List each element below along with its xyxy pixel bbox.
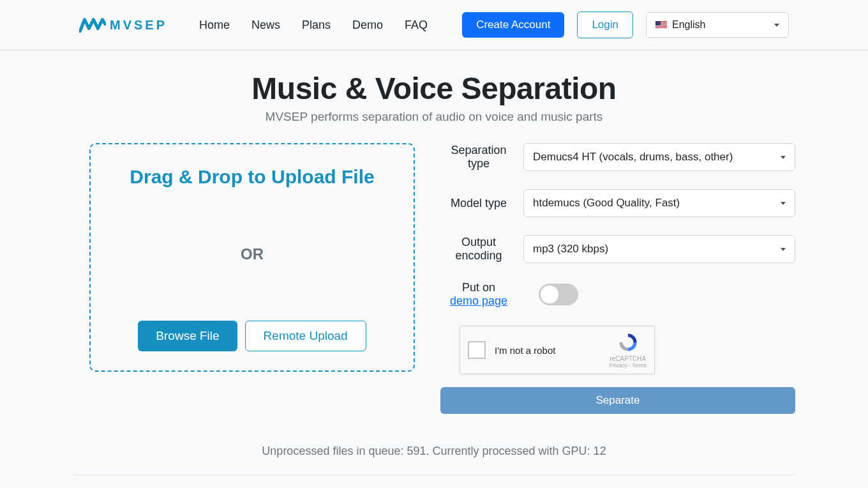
separation-type-select[interactable]: Demucs4 HT (vocals, drums, bass, other): [523, 143, 795, 171]
separation-type-row: Separation type Demucs4 HT (vocals, drum…: [440, 143, 795, 171]
demo-page-link[interactable]: demo page: [450, 294, 507, 307]
nav-plans[interactable]: Plans: [302, 19, 331, 32]
language-label: English: [672, 19, 705, 31]
separate-button[interactable]: Separate: [440, 387, 795, 414]
chevron-down-icon: [774, 24, 779, 27]
settings-form: Separation type Demucs4 HT (vocals, drum…: [440, 143, 795, 414]
output-encoding-label: Output encoding: [440, 236, 523, 263]
logo[interactable]: MVSEP: [79, 11, 167, 38]
recaptcha-widget: I'm not a robot reCAPTCHA Privacy - Term…: [460, 326, 655, 374]
recaptcha-label: I'm not a robot: [495, 345, 610, 356]
header-right: Create Account Login English: [462, 11, 789, 38]
chevron-down-icon: [781, 156, 786, 159]
dropzone-or: OR: [103, 245, 401, 263]
model-type-value: htdemucs (Good Quality, Fast): [533, 197, 680, 210]
output-encoding-row: Output encoding mp3 (320 kbps): [440, 235, 795, 263]
model-type-select[interactable]: htdemucs (Good Quality, Fast): [523, 189, 795, 217]
queue-status: Unprocessed files in queue: 591. Current…: [73, 445, 795, 475]
page-title: Music & Voice Separation: [73, 71, 795, 106]
login-button[interactable]: Login: [577, 11, 633, 38]
flag-icon: [655, 21, 667, 29]
chevron-down-icon: [781, 202, 786, 205]
nav-faq[interactable]: FAQ: [405, 19, 428, 32]
separation-type-value: Demucs4 HT (vocals, drums, bass, other): [533, 151, 733, 164]
chevron-down-icon: [781, 248, 786, 251]
create-account-button[interactable]: Create Account: [462, 12, 564, 38]
logo-text: MVSEP: [110, 18, 167, 33]
main-row: Drag & Drop to Upload File OR Browse Fil…: [73, 143, 795, 414]
output-encoding-select[interactable]: mp3 (320 kbps): [523, 235, 795, 263]
dropzone-title: Drag & Drop to Upload File: [103, 166, 401, 188]
demo-page-toggle[interactable]: [539, 284, 578, 305]
recaptcha-checkbox[interactable]: [468, 341, 486, 359]
demo-page-row: Put on demo page: [440, 281, 795, 308]
separation-type-label: Separation type: [440, 144, 523, 171]
upload-dropzone[interactable]: Drag & Drop to Upload File OR Browse Fil…: [89, 143, 415, 372]
model-type-row: Model type htdemucs (Good Quality, Fast): [440, 189, 795, 217]
upload-buttons: Browse File Remote Upload: [103, 321, 401, 351]
model-type-label: Model type: [440, 197, 523, 210]
recaptcha-branding: reCAPTCHA Privacy - Terms: [610, 332, 647, 369]
nav-news[interactable]: News: [251, 19, 280, 32]
main-nav: Home News Plans Demo FAQ: [199, 19, 428, 32]
nav-demo[interactable]: Demo: [352, 19, 383, 32]
demo-page-label: Put on demo page: [440, 281, 523, 308]
output-encoding-value: mp3 (320 kbps): [533, 243, 608, 255]
remote-upload-button[interactable]: Remote Upload: [245, 321, 366, 351]
language-select[interactable]: English: [646, 12, 789, 38]
nav-home[interactable]: Home: [199, 19, 230, 32]
recaptcha-icon: [617, 332, 639, 353]
logo-icon: [79, 11, 106, 38]
main-container: Music & Voice Separation MVSEP performs …: [73, 50, 795, 488]
toggle-knob: [541, 286, 558, 303]
browse-file-button[interactable]: Browse File: [138, 321, 237, 351]
page-subtitle: MVSEP performs separation of audio on vo…: [73, 110, 795, 124]
header: MVSEP Home News Plans Demo FAQ Create Ac…: [0, 0, 868, 50]
